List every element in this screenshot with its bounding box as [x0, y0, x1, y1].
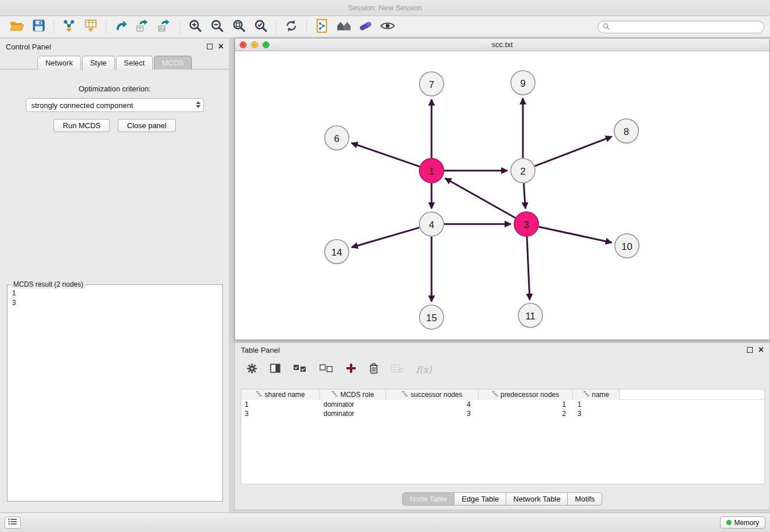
plus-icon [346, 363, 356, 376]
zoom-fit-button[interactable] [228, 18, 250, 36]
graph-node-2[interactable]: 2 [511, 159, 535, 183]
export-image-button[interactable] [154, 18, 176, 36]
import-table-button[interactable] [80, 18, 102, 36]
tab-node-table[interactable]: Node Table [402, 492, 455, 506]
graph-node-8[interactable]: 8 [614, 119, 638, 143]
zoom-in-button[interactable] [184, 18, 206, 36]
edge-4-14[interactable] [352, 228, 419, 247]
graph-node-11[interactable]: 11 [518, 303, 542, 327]
svg-text:11: 11 [525, 311, 536, 322]
close-panel-action-button[interactable]: Close panel [118, 119, 176, 132]
table-row[interactable]: 1dominator411 [241, 400, 764, 409]
panel-menu-button[interactable] [5, 516, 21, 529]
close-window-button[interactable]: × [240, 41, 247, 48]
network-document-button[interactable] [311, 18, 333, 36]
save-session-button[interactable] [28, 18, 49, 36]
optimization-label: Optimization criterion: [0, 84, 229, 93]
zoom-selected-icon [254, 19, 268, 35]
graph-node-15[interactable]: 15 [419, 305, 444, 329]
save-icon [33, 20, 45, 34]
optimization-dropdown[interactable]: strongly connected component [26, 98, 204, 112]
show-hide-button[interactable] [376, 18, 398, 36]
select-all-rows-button[interactable] [293, 364, 307, 375]
column-header-predecessor-nodes[interactable]: predecessor nodes [479, 390, 573, 400]
tab-network[interactable]: Network [37, 56, 81, 70]
network-graph[interactable]: 1234678910111415 [235, 52, 769, 340]
search-input[interactable] [613, 23, 759, 31]
svg-text:6: 6 [334, 133, 339, 144]
result-item[interactable]: 1 [12, 288, 218, 298]
mcds-result-list[interactable]: 13 [9, 286, 221, 500]
control-panel-title: Control Panel [6, 43, 51, 51]
table-tabs: Node TableEdge TableNetwork TableMotifs [235, 492, 769, 506]
traffic-lights: × – + [240, 41, 270, 48]
edge-2-8[interactable] [535, 137, 612, 166]
graph-node-10[interactable]: 10 [615, 234, 639, 258]
clear-table-button[interactable] [391, 364, 403, 375]
tab-style[interactable]: Style [82, 56, 115, 70]
graph-node-4[interactable]: 4 [419, 212, 444, 236]
float-panel-button[interactable] [207, 44, 213, 49]
close-table-panel-button[interactable]: × [759, 347, 764, 353]
graph-node-14[interactable]: 14 [325, 240, 349, 264]
graph-node-7[interactable]: 7 [419, 72, 444, 96]
maximize-window-button[interactable]: + [263, 41, 270, 48]
edge-3-11[interactable] [527, 237, 530, 300]
minimize-window-button[interactable]: – [251, 41, 258, 48]
graph-node-3[interactable]: 3 [514, 212, 538, 236]
graph-node-9[interactable]: 9 [511, 71, 535, 95]
tab-network-table[interactable]: Network Table [506, 492, 568, 506]
svg-text:1: 1 [429, 166, 434, 177]
svg-text:9: 9 [520, 78, 525, 89]
table-row[interactable]: 3dominator323 [241, 409, 764, 418]
zoom-out-button[interactable] [206, 18, 228, 36]
search-field[interactable] [598, 21, 764, 33]
graph-node-1[interactable]: 1 [419, 159, 444, 183]
tab-edge-table[interactable]: Edge Table [454, 492, 506, 506]
hierarchy-icon [492, 391, 498, 399]
import-network-button[interactable] [58, 18, 80, 36]
buildings-icon [336, 20, 352, 34]
import-network-icon [62, 19, 76, 35]
export-network-button[interactable] [110, 18, 132, 36]
refresh-icon [284, 19, 298, 35]
function-builder-button[interactable]: f(x) [416, 364, 432, 375]
column-header-shared-name[interactable]: shared name [241, 390, 320, 400]
add-column-button[interactable] [346, 363, 356, 376]
edge-3-1[interactable] [445, 178, 515, 218]
deselect-all-rows-button[interactable] [319, 364, 333, 375]
graph-node-6[interactable]: 6 [325, 126, 349, 150]
tab-motifs[interactable]: Motifs [567, 492, 602, 506]
export-table-button[interactable] [132, 18, 154, 36]
edge-3-10[interactable] [538, 227, 611, 243]
table-settings-button[interactable] [247, 363, 257, 376]
delete-column-button[interactable] [369, 363, 379, 376]
close-panel-button[interactable]: × [218, 44, 224, 49]
run-mcds-button[interactable]: Run MCDS [53, 119, 110, 132]
float-table-panel-button[interactable] [747, 347, 753, 353]
tab-mcds[interactable]: MCDS [154, 56, 192, 70]
open-session-button[interactable] [6, 18, 28, 36]
edge-2-3[interactable] [523, 183, 525, 209]
refresh-button[interactable] [280, 18, 302, 36]
result-item[interactable]: 3 [12, 298, 218, 308]
search-icon [603, 22, 610, 32]
column-header-name[interactable]: name [573, 390, 620, 400]
svg-text:7: 7 [429, 79, 434, 90]
edge-1-6[interactable] [352, 143, 420, 167]
memory-button[interactable]: Memory [720, 516, 765, 529]
buildings-button[interactable] [333, 18, 355, 36]
table-header-row: shared nameMCDS rolesuccessor nodesprede… [241, 390, 764, 400]
toolbar-separator [306, 20, 307, 34]
table-panel: Table Panel × f(x) shared nameMCDS roles… [234, 342, 770, 510]
eye-icon [380, 21, 395, 33]
show-columns-button[interactable] [270, 363, 280, 376]
tab-select[interactable]: Select [116, 56, 153, 70]
svg-text:15: 15 [426, 313, 437, 323]
svg-text:8: 8 [623, 126, 629, 137]
zoom-selected-button[interactable] [250, 18, 272, 36]
column-header-successor-nodes[interactable]: successor nodes [386, 390, 479, 400]
network-window-titlebar[interactable]: × – + scc.txt [235, 38, 769, 51]
style-brush-button[interactable] [355, 18, 376, 36]
column-header-MCDS-role[interactable]: MCDS role [320, 390, 386, 400]
